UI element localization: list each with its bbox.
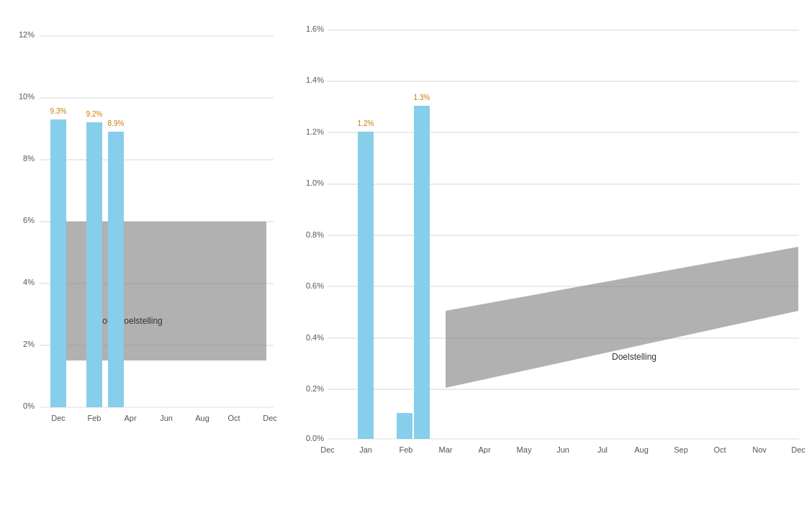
x-label-dec-r1: Dec xyxy=(320,445,335,454)
zone-doelstelling-right xyxy=(446,247,798,388)
y-label-8: 8% xyxy=(23,154,35,163)
bar-3-right xyxy=(414,106,430,439)
x-label-jun: Jun xyxy=(160,414,173,422)
x-label-apr: Apr xyxy=(124,414,136,422)
x-label-oct: Oct xyxy=(227,414,240,422)
x-label-aug: Aug xyxy=(195,414,209,422)
y-label-6: 6% xyxy=(23,216,35,224)
x-label-dec1: Dec xyxy=(51,414,66,422)
bar-3-left xyxy=(108,132,124,407)
y-label-0.2: 0.2% xyxy=(306,384,324,393)
x-label-apr-r: Apr xyxy=(478,445,490,454)
bar-2-right xyxy=(397,413,412,439)
y-label-2: 2% xyxy=(23,340,35,348)
x-label-nov: Nov xyxy=(752,445,767,454)
bar-1-left xyxy=(50,119,66,407)
zone-label-right: Doelstelling xyxy=(612,352,657,362)
x-label-jun-r: Jun xyxy=(556,445,569,454)
y-label-1.6: 1.6% xyxy=(306,24,324,33)
y-label-0.0: 0.0% xyxy=(306,434,324,442)
bar-1-right-label: 1.2% xyxy=(358,119,374,127)
right-chart: 1.6% 1.4% 1.2% 1.0% 0.8% 0.6% 0.4% 0.2% … xyxy=(288,14,806,524)
x-label-dec-r2: Dec xyxy=(791,445,806,454)
x-label-dec2: Dec xyxy=(263,414,277,422)
bar-2-label: 9.2% xyxy=(86,110,103,118)
y-label-1.0: 1.0% xyxy=(306,178,324,187)
bar-1-right xyxy=(358,132,374,439)
y-label-12: 12% xyxy=(19,30,35,39)
left-chart: 12% 10% 8% 6% 4% 2% 0% Zone doelstelling xyxy=(7,14,288,524)
y-label-4: 4% xyxy=(23,278,35,286)
x-label-oct-r: Oct xyxy=(713,445,726,454)
y-label-0.4: 0.4% xyxy=(306,333,324,342)
bar-3-right-label: 1.3% xyxy=(414,94,430,101)
x-label-sep: Sep xyxy=(674,445,688,454)
left-chart-svg: 12% 10% 8% 6% 4% 2% 0% Zone doelstelling xyxy=(14,14,281,518)
x-label-feb: Feb xyxy=(88,414,102,422)
x-label-mar: Mar xyxy=(439,445,453,454)
y-label-10: 10% xyxy=(19,92,35,101)
bar-3-label: 8.9% xyxy=(108,119,125,127)
right-chart-svg: 1.6% 1.4% 1.2% 1.0% 0.8% 0.6% 0.4% 0.2% … xyxy=(302,14,806,518)
x-label-jul: Jul xyxy=(597,445,608,454)
y-label-0: 0% xyxy=(23,401,35,410)
y-label-1.2: 1.2% xyxy=(306,127,324,136)
y-label-0.6: 0.6% xyxy=(306,281,324,290)
x-label-feb-r: Feb xyxy=(400,445,413,454)
x-label-may: May xyxy=(517,445,532,454)
charts-container: 12% 10% 8% 6% 4% 2% 0% Zone doelstelling xyxy=(0,0,812,531)
x-label-jan: Jan xyxy=(359,445,372,454)
y-label-1.4: 1.4% xyxy=(306,76,324,84)
y-label-0.8: 0.8% xyxy=(306,230,324,239)
x-label-aug-r: Aug xyxy=(634,445,649,454)
bar-1-label: 9.3% xyxy=(50,107,67,115)
zone-label-left: Zone doelstelling xyxy=(97,316,163,326)
bar-2-left xyxy=(86,122,102,407)
